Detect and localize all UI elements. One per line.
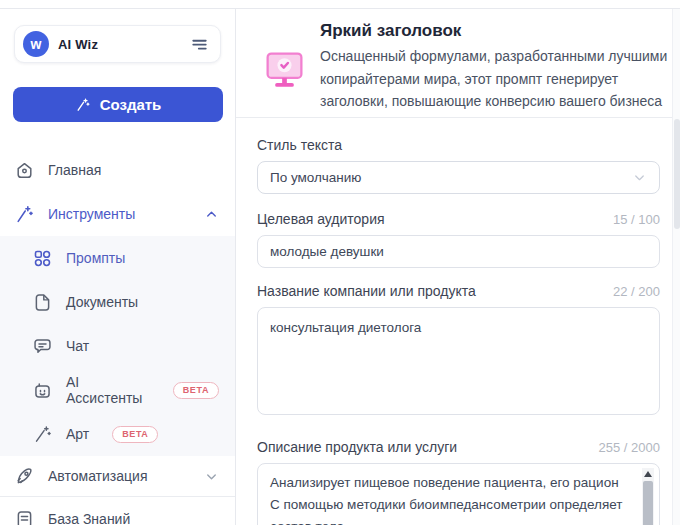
sidebar-item-chat[interactable]: Чат [0, 324, 235, 368]
sidebar-item-label: Главная [48, 162, 101, 178]
prompts-grid-icon [32, 248, 53, 269]
app-window: w AI Wiz Создать [0, 8, 680, 525]
sidebar-item-prompts[interactable]: Промпты [0, 236, 235, 280]
scrollbar-thumb[interactable] [643, 481, 653, 525]
page-scrollbar[interactable] [672, 9, 680, 525]
create-button[interactable]: Создать [13, 87, 223, 122]
tools-submenu: Промпты Документы [0, 236, 235, 456]
sidebar-nav: Главная Инструменты [0, 148, 235, 525]
brand-logo-icon: w [23, 31, 49, 57]
beta-badge: BETA [173, 382, 219, 399]
prompt-description: Оснащенный формулами, разработанными луч… [320, 45, 680, 113]
wand-icon [14, 204, 35, 225]
page-title: Яркий заголовок [320, 13, 680, 43]
robot-icon [32, 380, 53, 401]
beta-badge: BETA [112, 426, 158, 443]
prompt-form: Стиль текста По умолчанию Целевая аудито… [236, 118, 680, 525]
prompt-header: Яркий заголовок Оснащенный формулами, ра… [236, 9, 680, 118]
sidebar-collapse-icon[interactable] [190, 35, 209, 54]
sidebar-item-documents[interactable]: Документы [0, 280, 235, 324]
text-style-select[interactable]: По умолчанию [257, 161, 660, 194]
knowledge-base-icon [14, 509, 35, 525]
sidebar-item-knowledge-base[interactable]: База Знаний [0, 497, 235, 525]
audience-label: Целевая аудитория [257, 211, 385, 227]
brand-name: AI Wiz [58, 37, 181, 52]
audience-counter: 15 / 100 [613, 212, 660, 227]
sidebar-item-label: Арт [66, 426, 89, 442]
audience-input[interactable] [257, 235, 660, 268]
select-chevron-icon [632, 170, 647, 185]
main-content: Яркий заголовок Оснащенный формулами, ра… [236, 9, 680, 525]
sidebar-item-automation[interactable]: Автоматизация [0, 456, 235, 496]
chat-bubble-icon [32, 336, 53, 357]
header-text: Яркий заголовок Оснащенный формулами, ра… [320, 13, 680, 113]
art-wand-icon [32, 424, 53, 445]
sidebar-item-label: Документы [66, 294, 138, 310]
product-label: Описание продукта или услуги [257, 439, 457, 455]
chevron-up-icon[interactable] [204, 207, 219, 222]
product-counter: 255 / 2000 [599, 440, 660, 455]
monitor-check-icon [262, 46, 307, 91]
rocket-icon [14, 466, 35, 487]
document-icon [32, 292, 53, 313]
product-textarea[interactable]: Анализирует пищевое поведение пациента, … [257, 463, 660, 525]
sidebar-item-label: Автоматизация [48, 468, 147, 484]
chevron-down-icon[interactable] [204, 469, 219, 484]
magic-wand-icon [75, 97, 91, 113]
sidebar-item-label: AI Ассистенты [66, 374, 150, 406]
product-textarea-value: Анализирует пищевое поведение пациента, … [258, 464, 659, 525]
sidebar-item-tools[interactable]: Инструменты [0, 192, 235, 236]
style-label: Стиль текста [257, 137, 342, 153]
logo-card[interactable]: w AI Wiz [14, 25, 221, 63]
scroll-up-icon[interactable] [644, 471, 652, 477]
sidebar: w AI Wiz Создать [0, 9, 236, 525]
page-scrollbar-thumb[interactable] [674, 119, 680, 229]
sidebar-item-label: Инструменты [48, 206, 135, 222]
sidebar-item-art[interactable]: Арт BETA [0, 412, 235, 456]
home-icon [14, 160, 35, 181]
company-textarea[interactable]: консультация диетолога [257, 307, 660, 415]
sidebar-item-home[interactable]: Главная [0, 148, 235, 192]
sidebar-item-label: Чат [66, 338, 89, 354]
company-counter: 22 / 200 [613, 284, 660, 299]
sidebar-item-ai-assistants[interactable]: AI Ассистенты BETA [0, 368, 235, 412]
textarea-scrollbar[interactable] [642, 468, 654, 525]
select-value: По умолчанию [270, 170, 361, 185]
sidebar-item-label: База Знаний [48, 511, 130, 525]
sidebar-item-label: Промпты [66, 250, 125, 266]
create-button-label: Создать [100, 96, 162, 113]
company-label: Название компании или продукта [257, 283, 476, 299]
